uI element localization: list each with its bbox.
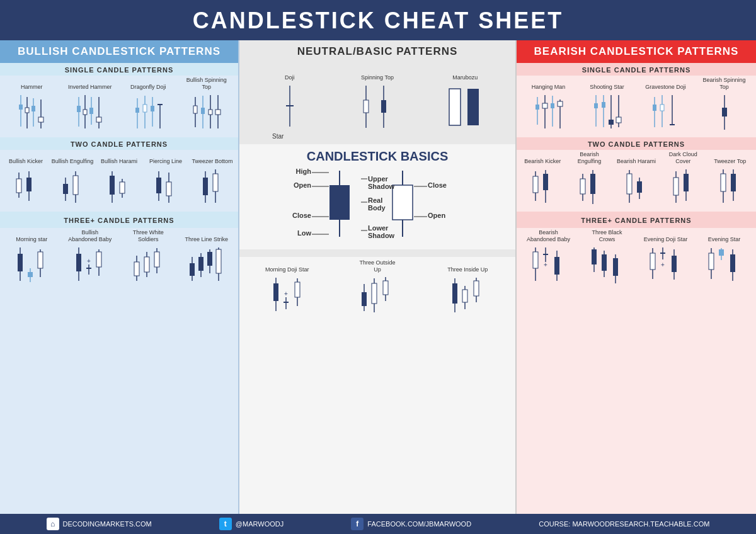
bullish-abandoned-baby-pattern: Bullish Abandoned Baby +	[68, 229, 112, 288]
svg-rect-183	[592, 249, 597, 264]
morning-doji-star-candle: +	[268, 275, 306, 319]
twitter-icon: t	[219, 518, 232, 530]
twitter-label: @MARWOODJ	[236, 520, 284, 528]
svg-rect-154	[722, 108, 727, 116]
svg-rect-78	[216, 249, 221, 273]
svg-rect-164	[627, 174, 632, 194]
bearish-three-patterns: Bearish Abandoned Baby +	[517, 228, 756, 291]
doji-pattern: Doji	[268, 67, 312, 133]
svg-rect-150	[660, 105, 664, 111]
morning-star-pattern: Morning star	[9, 229, 54, 288]
neutral-three-patterns: Morning Doji Star + Three	[239, 257, 515, 321]
bearish-harami-candle	[621, 166, 652, 207]
bullish-abandoned-baby-candle: +	[71, 244, 109, 288]
course-label: COURSE: MARWOODRESEARCH.TEACHABLE.COM	[539, 520, 709, 528]
svg-rect-144	[609, 120, 614, 125]
bullish-engulfing-pattern: Bullish Engulfing	[50, 151, 94, 207]
svg-rect-57	[38, 252, 43, 268]
three-inside-up-pattern: Three Inside Up	[445, 259, 490, 319]
svg-text:+: +	[661, 261, 665, 268]
svg-rect-85	[449, 89, 461, 125]
svg-rect-170	[684, 174, 689, 191]
svg-rect-64	[96, 252, 101, 267]
inverted-hammer-candle	[72, 92, 107, 133]
svg-text:Close: Close	[428, 181, 447, 189]
spinning-top-pattern: Spinning Top	[355, 67, 399, 133]
basics-title: CANDLESTICK BASICS	[244, 147, 510, 165]
svg-rect-122	[372, 283, 377, 304]
svg-text:Open: Open	[294, 181, 311, 189]
svg-rect-45	[156, 178, 161, 193]
bullish-spinning-top-pattern: Bullish Spinning Top	[185, 77, 229, 133]
svg-rect-9	[77, 106, 81, 112]
facebook-label: FACEBOOK.COM/JBMARWOOD	[367, 520, 471, 528]
gravestone-doji-pattern: Gravestone Doji	[644, 77, 688, 133]
svg-rect-156	[533, 176, 538, 193]
evening-star-candle	[704, 244, 745, 288]
bullish-harami-candle	[103, 166, 135, 207]
bearish-harami-pattern: Bearish Harami	[614, 151, 658, 207]
svg-rect-43	[120, 182, 125, 193]
svg-rect-198	[719, 249, 724, 256]
svg-rect-41	[110, 176, 115, 195]
morning-doji-star-pattern: Morning Doji Star +	[265, 259, 309, 319]
svg-rect-136	[551, 103, 554, 108]
bearish-spinning-top-candle	[715, 92, 734, 133]
svg-rect-160	[580, 179, 585, 194]
star-label: Star	[272, 133, 284, 140]
svg-rect-5	[32, 106, 35, 111]
svg-text:Shadow: Shadow	[368, 183, 395, 190]
three-inside-up-candle	[447, 275, 488, 319]
svg-rect-172	[721, 174, 726, 191]
svg-rect-49	[203, 178, 208, 195]
doji-candle	[277, 82, 302, 133]
svg-rect-148	[653, 105, 656, 111]
bearish-column: BEARISH CANDLESTICK PATTERNS SINGLE CAND…	[517, 40, 756, 514]
marubozu-candle	[446, 82, 484, 133]
footer: ⌂ DECODINGMARKETS.COM t @MARWOODJ f FACE…	[0, 514, 756, 534]
svg-rect-31	[215, 110, 220, 115]
svg-rect-113	[273, 283, 278, 301]
svg-rect-68	[144, 257, 149, 272]
svg-text:+: +	[544, 261, 547, 268]
svg-rect-168	[673, 178, 679, 195]
bullish-harami-pattern: Bullish Harami	[97, 151, 141, 207]
page-title: CANDLESTICK CHEAT SHEET	[0, 0, 756, 40]
bullish-single-patterns: Hammer Inve	[0, 76, 238, 135]
svg-rect-140	[594, 103, 598, 108]
shooting-star-candle	[590, 92, 624, 133]
svg-rect-120	[362, 292, 367, 306]
svg-text:Close: Close	[292, 212, 311, 219]
neutral-column: NEUTRAL/BASIC PATTERNS Doji Spinning Top	[239, 40, 517, 514]
svg-text:Body: Body	[368, 204, 386, 212]
svg-rect-130	[474, 281, 479, 296]
footer-facebook: f FACEBOOK.COM/JBMARWOOD	[351, 518, 471, 530]
svg-rect-196	[709, 253, 714, 270]
evening-doji-star-pattern: Evening Doji Star +	[644, 229, 688, 288]
three-black-crows-pattern: Three Black Crows	[585, 229, 629, 288]
svg-rect-158	[543, 174, 548, 190]
piercing-line-pattern: Piercing Line	[144, 151, 188, 207]
bearish-single-header: SINGLE CANDLE PATTERNS	[517, 63, 756, 76]
svg-rect-59	[76, 254, 81, 271]
svg-rect-47	[166, 182, 171, 196]
svg-rect-82	[364, 100, 369, 113]
bearish-spinning-top-pattern: Bearish Spinning Top	[702, 77, 747, 133]
main-container: CANDLESTICK CHEAT SHEET BULLISH CANDLEST…	[0, 0, 756, 534]
piercing-line-candle	[150, 166, 181, 207]
facebook-icon: f	[351, 518, 364, 530]
svg-rect-17	[135, 108, 139, 113]
bullish-three-header: THREE+ CANDLE PATTERNS	[4, 213, 234, 226]
svg-rect-39	[73, 176, 78, 195]
bullish-two-patterns: Bullish Kicker Bullish Engulfing	[0, 150, 238, 210]
svg-rect-200	[730, 254, 735, 272]
website-label: DECODINGMARKETS.COM	[63, 520, 152, 528]
svg-rect-53	[18, 254, 23, 271]
bearish-two-header: TWO CANDLE PATTERNS	[517, 137, 756, 150]
svg-rect-25	[193, 106, 197, 113]
three-outside-up-candle	[357, 275, 398, 319]
dark-cloud-cover-pattern: Dark Cloud Cover	[661, 151, 705, 207]
svg-rect-35	[26, 178, 32, 191]
hammer-candle	[14, 92, 49, 133]
svg-rect-126	[452, 283, 457, 304]
